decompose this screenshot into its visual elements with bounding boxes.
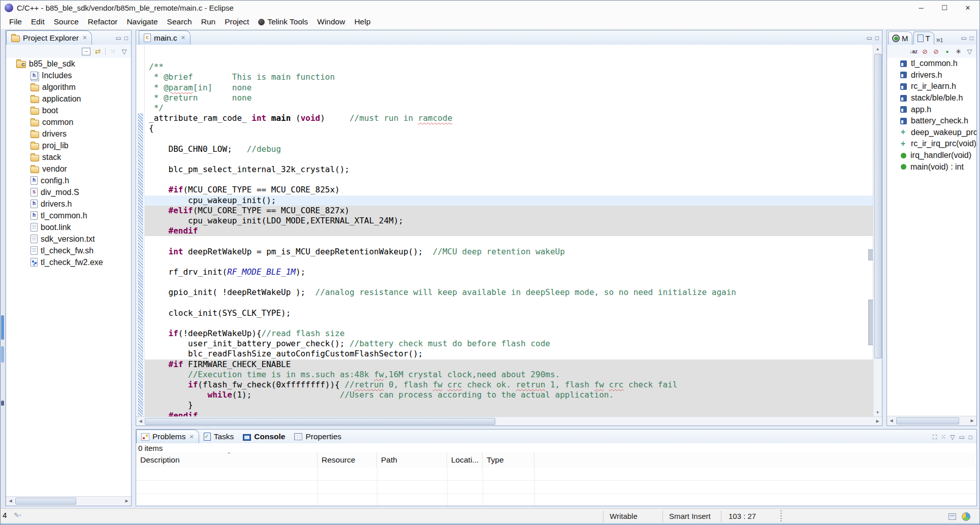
tree-item-boot-link[interactable]: boot.link xyxy=(6,221,131,233)
code-line[interactable] xyxy=(145,298,873,308)
tree-item-includes[interactable]: Includes xyxy=(6,70,131,81)
code-line[interactable]: #endif xyxy=(145,226,873,236)
tree-item-sdk-version-txt[interactable]: sdk_version.txt xyxy=(6,233,131,245)
annotation-ruler[interactable] xyxy=(136,45,145,417)
code-line[interactable]: blc_readFlashSize_autoConfigCustomFlashS… xyxy=(145,349,873,359)
menu-help[interactable]: Help xyxy=(350,16,375,28)
minimize-view-icon[interactable]: ▭ xyxy=(115,35,121,42)
code-line[interactable] xyxy=(145,318,873,329)
code-text-area[interactable]: /** * @brief This is main function * @pa… xyxy=(145,45,873,417)
maximize-view-icon[interactable]: □ xyxy=(969,434,972,441)
outline-item-stack-ble-ble-h[interactable]: stack/ble/ble.h xyxy=(887,92,976,104)
code-line[interactable]: user_init_battery_power_check(); //batte… xyxy=(145,339,873,349)
tab-problems[interactable]: Problems✕ xyxy=(136,430,199,443)
close-icon[interactable]: ✕ xyxy=(82,35,87,41)
outline-item-rc-ir-learn-h[interactable]: rc_ir_learn.h xyxy=(887,81,976,92)
code-line[interactable]: while(1); //Users can process according … xyxy=(145,390,873,400)
menu-file[interactable]: File xyxy=(5,16,26,28)
sort-icon[interactable]: ↓az xyxy=(909,48,918,55)
hide-non-public-icon[interactable]: ● xyxy=(943,48,951,55)
column-header-type[interactable]: Type xyxy=(483,452,534,468)
tree-item-common[interactable]: common xyxy=(6,116,131,128)
code-line[interactable] xyxy=(145,236,873,246)
code-line[interactable]: #if(MCU_CORE_TYPE == MCU_CORE_825x) xyxy=(145,185,873,195)
collapse-all-icon[interactable]: − xyxy=(82,48,90,55)
code-line[interactable]: clock_init(SYS_CLK_TYPE); xyxy=(145,308,873,318)
tree-item-vendor[interactable]: vendor xyxy=(6,163,131,175)
tree-item-div-mod-s[interactable]: div_mod.S xyxy=(6,186,131,198)
code-line[interactable]: #elif(MCU_CORE_TYPE == MCU_CORE_827x) xyxy=(145,206,873,216)
menu-refactor[interactable]: Refactor xyxy=(83,16,122,28)
code-line[interactable]: * @param[in] none xyxy=(145,83,873,93)
outline-item-drivers-h[interactable]: drivers.h xyxy=(887,70,976,81)
outline-hscrollbar[interactable]: ◀ ▶ xyxy=(887,416,976,425)
menu-project[interactable]: Project xyxy=(220,16,254,28)
minimize-button[interactable]: ─ xyxy=(909,1,933,15)
scroll-left-icon[interactable]: ◀ xyxy=(887,416,896,425)
code-line[interactable]: //Execution time is in ms.such as:48k fw… xyxy=(145,370,873,380)
column-header-path[interactable]: Path xyxy=(377,452,447,468)
view-tab-task-list[interactable]: T xyxy=(913,31,934,45)
outline-item-deep-wakeup-prc-void-[interactable]: deep_wakeup_prc(void) xyxy=(887,127,976,139)
project-explorer-hscrollbar[interactable]: ◀ ▶ xyxy=(6,496,131,506)
maximize-view-icon[interactable]: □ xyxy=(970,35,973,42)
outline-item-irq-handler-void-[interactable]: irq_handler(void) xyxy=(887,150,976,161)
scroll-down-icon[interactable]: ▼ xyxy=(873,408,882,417)
tree-item-drivers[interactable]: drivers xyxy=(6,128,131,140)
menu-window[interactable]: Window xyxy=(312,16,350,28)
view-toolbar-icon[interactable]: ⛶ xyxy=(933,434,937,441)
column-header-resource[interactable]: Resource xyxy=(318,452,377,468)
code-line[interactable]: #if FIRMWARE_CHECK_ENABLE xyxy=(145,359,873,370)
scrollbar-thumb[interactable] xyxy=(896,417,959,424)
tab-overflow-chevron[interactable]: »1 xyxy=(936,36,943,45)
editor-hscrollbar[interactable]: ◀ ▶ xyxy=(136,416,882,425)
view-menu-icon[interactable]: ▽ xyxy=(120,48,128,55)
code-line[interactable] xyxy=(145,154,873,165)
code-line[interactable]: } xyxy=(145,400,873,410)
problems-table-body[interactable] xyxy=(136,468,976,506)
view-menu-icon[interactable]: ▽ xyxy=(950,434,955,441)
scrollbar-thumb[interactable] xyxy=(145,418,495,425)
project-explorer-tab[interactable]: Project Explorer ✕ xyxy=(6,30,92,45)
code-line[interactable]: rf_drv_init(RF_MODE_BLE_1M); xyxy=(145,267,873,277)
close-button[interactable]: ✕ xyxy=(956,1,979,15)
tree-item-stack[interactable]: stack xyxy=(6,151,131,163)
tree-item-tl-check-fw2-exe[interactable]: tl_check_fw2.exe xyxy=(6,256,131,268)
code-line[interactable] xyxy=(145,257,873,267)
menu-telink-tools[interactable]: Telink Tools xyxy=(254,16,312,28)
fast-view-marker[interactable] xyxy=(1,401,4,406)
maximize-view-icon[interactable]: □ xyxy=(875,35,879,42)
menu-run[interactable]: Run xyxy=(197,16,220,28)
scrollbar-thumb[interactable] xyxy=(874,54,882,358)
menu-edit[interactable]: Edit xyxy=(26,16,49,28)
outline-item-battery-check-h[interactable]: battery_check.h xyxy=(887,115,976,127)
outline-item-tl-common-h[interactable]: tl_common.h xyxy=(887,58,976,70)
maximize-view-icon[interactable]: □ xyxy=(124,35,128,42)
outline-item-rc-ir-irq-prc-void-[interactable]: rc_ir_irq_prc(void) xyxy=(887,138,976,150)
code-line[interactable]: DBG_CHN0_LOW; //debug xyxy=(145,144,873,154)
code-line[interactable]: */ xyxy=(145,103,873,113)
code-line[interactable]: cpu_wakeup_init(); xyxy=(145,195,873,206)
view-tab-make-target[interactable]: M xyxy=(888,31,912,45)
scroll-right-icon[interactable]: ▶ xyxy=(873,417,882,425)
code-line[interactable]: { xyxy=(145,123,873,134)
tree-item-application[interactable]: application xyxy=(6,93,131,105)
minimize-view-icon[interactable]: ▭ xyxy=(961,35,966,42)
code-line[interactable]: cpu_wakeup_init(LDO_MODE,EXTERNAL_XTAL_2… xyxy=(145,216,873,226)
menu-navigate[interactable]: Navigate xyxy=(122,16,162,28)
tree-item-b85-ble-sdk[interactable]: b85_ble_sdk xyxy=(6,58,131,70)
close-icon[interactable]: ✕ xyxy=(189,434,194,440)
scroll-right-icon[interactable]: ▶ xyxy=(122,497,131,505)
tree-item-drivers-h[interactable]: drivers.h xyxy=(6,198,131,210)
code-line[interactable]: gpio_init( !deepRetWakeUp ); //analog re… xyxy=(145,287,873,298)
drag-handle[interactable] xyxy=(780,510,782,523)
tree-item-tl-check-fw-sh[interactable]: tl_check_fw.sh xyxy=(6,245,131,256)
scroll-right-icon[interactable]: ▶ xyxy=(968,416,976,425)
tree-item-algorithm[interactable]: algorithm xyxy=(6,81,131,93)
code-line[interactable]: blc_pm_select_internal_32k_crystal(); xyxy=(145,165,873,175)
fast-view-marker[interactable] xyxy=(1,346,4,363)
code-line[interactable] xyxy=(145,175,873,185)
tree-item-proj-lib[interactable]: proj_lib xyxy=(6,140,131,151)
column-header-description[interactable]: Description⌃ xyxy=(136,452,318,468)
fast-view-marker[interactable] xyxy=(1,315,4,340)
